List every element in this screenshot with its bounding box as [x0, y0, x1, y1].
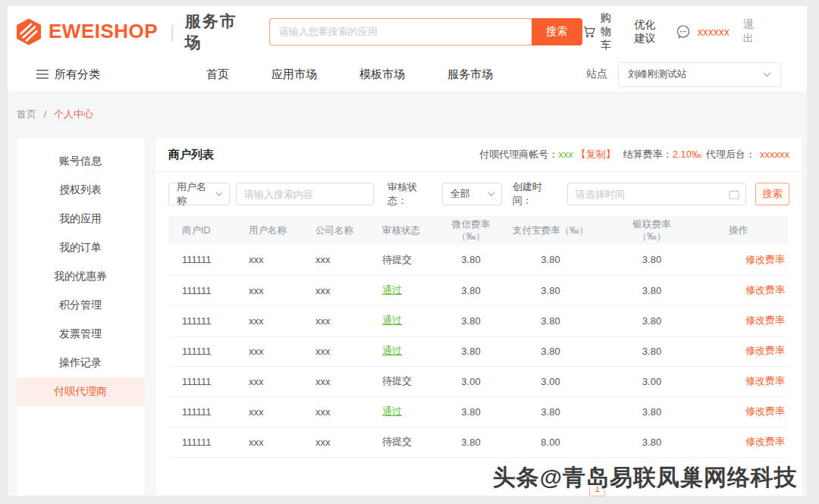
nav-link[interactable]: 服务市场	[447, 67, 493, 82]
cell-audit-status: 通过	[369, 396, 429, 427]
message-bubble-icon[interactable]	[676, 24, 691, 39]
cell-company-name: xxx	[302, 245, 369, 275]
sidebar-item[interactable]: 发票管理	[17, 320, 144, 349]
sidebar-item[interactable]: 账号信息	[17, 147, 144, 176]
table-row: 111111 xxx xxx 待提交 3.80 3.80 3.80	[168, 245, 789, 275]
modify-rate-link[interactable]: 修改费率	[745, 315, 785, 326]
agent-account-value: xxx	[558, 149, 573, 160]
status-text[interactable]: 待提交	[382, 436, 412, 447]
content-area: 首页 / 个人中心 账号信息授权列表我的应用我的订单我的优惠券积分管理发票管理操…	[8, 92, 807, 496]
brand-name: EWEISHOP	[49, 20, 158, 43]
cell-company-name: xxx	[302, 427, 369, 457]
modify-rate-link[interactable]: 修改费率	[745, 405, 785, 417]
keyword-input[interactable]	[236, 183, 374, 205]
date-picker-input[interactable]	[568, 189, 729, 200]
field-select[interactable]: 用户名称	[168, 183, 230, 205]
username[interactable]: xxxxxx	[698, 26, 730, 38]
table-row: 111111 xxx xxx 通过 3.80 3.80 3.80	[168, 275, 789, 305]
calendar-icon	[729, 189, 739, 199]
cart-icon	[582, 25, 596, 39]
modify-rate-link[interactable]: 修改费率	[745, 284, 785, 296]
cell-wechat-rate: 3.00	[429, 366, 513, 396]
merchant-table: 商户ID 用户名称 公司名称 审核状态	[168, 216, 789, 458]
cell-alipay-rate: 3.00	[513, 366, 588, 396]
modify-rate-link[interactable]: 修改费率	[745, 345, 785, 356]
cell-action: 修改费率	[715, 427, 789, 457]
header-right: 购物车 优化建议 xxxxxx 退出	[582, 11, 757, 52]
cell-merchant-id: 111111	[168, 396, 235, 427]
sidebar-item[interactable]: 付呗代理商	[17, 377, 144, 406]
sidebar-item[interactable]: 我的应用	[17, 205, 144, 233]
cell-user-name: xxx	[235, 336, 302, 366]
table-column-header: 审核状态	[369, 216, 429, 245]
table-head: 商户ID 用户名称 公司名称 审核状态	[168, 216, 789, 245]
agent-info: 付呗代理商帐号：xxx【复制】结算费率：2.10‰代理后台：xxxxxx	[479, 148, 789, 161]
sidebar-item[interactable]: 我的订单	[17, 233, 144, 262]
nav-link[interactable]: 应用市场	[271, 67, 317, 82]
copy-button[interactable]: 【复制】	[576, 149, 616, 160]
status-text[interactable]: 待提交	[382, 375, 412, 387]
cell-alipay-rate: 8.00	[513, 427, 588, 457]
table-row: 111111 xxx xxx 通过 3.80 3.80 3.80	[168, 305, 789, 336]
site-select[interactable]: 刘峰刚测试站	[618, 62, 781, 87]
suggestion-link[interactable]: 优化建议	[635, 18, 662, 45]
status-select-value: 全部	[450, 187, 480, 201]
cell-merchant-id: 111111	[168, 275, 235, 305]
cell-wechat-rate: 3.80	[429, 275, 513, 305]
site-label: 站点	[586, 67, 607, 81]
cell-merchant-id: 111111	[168, 427, 235, 457]
modify-rate-link[interactable]: 修改费率	[745, 254, 785, 265]
status-text[interactable]: 待提交	[382, 254, 412, 265]
cart-label: 购物车	[601, 11, 615, 52]
cell-wechat-rate: 3.80	[429, 427, 513, 457]
backend-value[interactable]: xxxxxx	[760, 149, 789, 160]
card-header: 商户列表 付呗代理商帐号：xxx【复制】结算费率：2.10‰代理后台：xxxxx…	[155, 138, 802, 172]
site-select-value: 刘峰刚测试站	[628, 67, 763, 81]
backend-label: 代理后台：	[706, 149, 755, 160]
date-picker[interactable]	[567, 183, 746, 205]
sidebar-item[interactable]: 我的优惠券	[17, 262, 144, 291]
breadcrumb-home[interactable]: 首页	[17, 108, 36, 120]
logo[interactable]: EWEISHOP	[15, 17, 158, 46]
sidebar-item[interactable]: 积分管理	[17, 291, 144, 320]
cell-action: 修改费率	[715, 245, 789, 275]
cell-wechat-rate: 3.80	[429, 245, 513, 275]
table-column-header: 支付宝费率（‰）	[513, 216, 588, 245]
status-text[interactable]: 通过	[382, 345, 402, 356]
filter-search-button[interactable]: 搜索	[755, 183, 789, 205]
sidebar-item[interactable]: 授权列表	[17, 176, 144, 205]
settle-rate-label: 结算费率：	[623, 149, 673, 160]
status-text[interactable]: 通过	[382, 315, 402, 326]
cell-alipay-rate: 3.80	[513, 245, 588, 275]
cell-user-name: xxx	[235, 366, 302, 396]
cell-merchant-id: 111111	[168, 336, 235, 366]
table-column-header: 商户ID	[168, 216, 235, 245]
chevron-down-icon	[215, 192, 223, 196]
all-categories-button[interactable]: 所有分类	[36, 67, 100, 82]
header-search-button[interactable]: 搜索	[532, 18, 582, 45]
status-select[interactable]: 全部	[442, 183, 502, 205]
status-text[interactable]: 通过	[382, 284, 402, 296]
cart-link[interactable]: 购物车	[582, 11, 615, 52]
nav-link[interactable]: 首页	[206, 67, 229, 82]
cell-audit-status: 待提交	[369, 427, 429, 457]
cell-audit-status: 通过	[369, 275, 429, 305]
table-row: 111111 xxx xxx 待提交 3.00 3.00 3.00	[168, 366, 789, 396]
cell-audit-status: 通过	[369, 305, 429, 336]
logout-link[interactable]: 退出	[743, 18, 757, 45]
sidebar-item[interactable]: 操作记录	[17, 349, 144, 377]
modify-rate-link[interactable]: 修改费率	[745, 436, 785, 447]
cell-action: 修改费率	[715, 366, 789, 396]
breadcrumb: 首页 / 个人中心	[8, 108, 807, 121]
breadcrumb-current: 个人中心	[54, 108, 93, 120]
table-row: 111111 xxx xxx 通过 3.80 3.80 3.80	[168, 396, 789, 427]
agent-account-label: 付呗代理商帐号：	[479, 149, 558, 160]
cell-company-name: xxx	[302, 366, 369, 396]
nav-link[interactable]: 模板市场	[359, 67, 405, 82]
cell-user-name: xxx	[235, 396, 302, 427]
modify-rate-link[interactable]: 修改费率	[745, 375, 785, 387]
table-column-header: 操作	[715, 216, 789, 245]
header-search-input[interactable]	[269, 18, 532, 45]
status-text[interactable]: 通过	[382, 405, 402, 417]
breadcrumb-separator: /	[44, 108, 47, 120]
